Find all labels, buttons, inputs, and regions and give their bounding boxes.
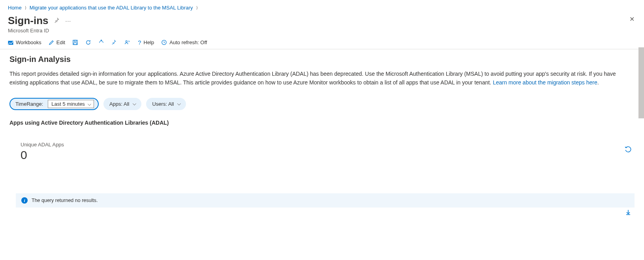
chevron-down-icon [133,102,136,105]
scrollbar-thumb[interactable] [638,47,644,118]
time-range-label: TimeRange: [15,101,43,107]
chevron-right-icon: ⟩ [25,6,26,10]
page-header: Sign-ins ··· Microsoft Entra ID ✕ [0,13,644,34]
more-icon[interactable]: ··· [66,18,71,24]
question-icon: ? [138,39,141,46]
learn-more-link[interactable]: Learn more about the migration steps her… [493,79,597,86]
refresh-icon[interactable] [85,39,91,45]
svg-point-5 [126,41,127,42]
subsection-label: Apps using Active Directory Authenticati… [9,120,635,126]
info-bar: i The query returned no results. [16,193,635,208]
breadcrumb-home[interactable]: Home [8,5,22,11]
help-label: Help [144,39,154,45]
metric-title: Unique ADAL Apps [21,142,635,148]
undo-icon[interactable] [624,146,631,154]
page-subtitle: Microsoft Entra ID [8,28,71,34]
breadcrumb: Home ⟩ Migrate your applications that us… [0,0,644,13]
info-icon: i [21,197,28,204]
svg-rect-4 [74,43,77,45]
edit-label: Edit [56,39,65,45]
save-icon[interactable] [72,39,78,45]
close-icon[interactable]: ✕ [629,15,635,23]
toolbar: Workbooks Edit ? Help Auto refresh: Off [0,34,644,49]
metric-block: Unique ADAL Apps 0 [9,142,635,162]
time-range-select[interactable]: Last 5 minutes [48,100,94,108]
help-button[interactable]: ? Help [138,39,154,46]
page-title: Sign-ins [8,15,49,27]
pin-icon[interactable] [54,17,60,24]
chevron-down-icon [177,102,181,105]
time-range-filter[interactable]: TimeRange: Last 5 minutes [9,98,99,110]
section-description: This report provides detailed sign-in in… [9,69,618,87]
workbooks-label: Workbooks [16,39,41,45]
pin-toolbar-icon[interactable] [111,39,117,45]
users-filter[interactable]: Users: All [146,98,186,110]
users-filter-label: Users: All [152,101,174,107]
apps-filter-label: Apps: All [109,101,130,107]
people-icon[interactable] [124,39,131,45]
share-icon[interactable] [98,39,104,45]
main-content: Sign-in Analysis This report provides de… [0,49,644,162]
info-text: The query returned no results. [32,198,98,203]
breadcrumb-migrate[interactable]: Migrate your applications that use the A… [30,5,193,11]
download-icon[interactable] [625,209,631,217]
auto-refresh-label: Auto refresh: Off [169,39,207,45]
svg-rect-3 [74,40,77,42]
apps-filter[interactable]: Apps: All [103,98,142,110]
chevron-right-icon: ⟩ [196,6,198,10]
section-title: Sign-in Analysis [9,55,635,64]
edit-button[interactable]: Edit [49,39,65,45]
description-period: . [597,79,599,86]
workbooks-button[interactable]: Workbooks [8,39,41,45]
auto-refresh-button[interactable]: Auto refresh: Off [161,39,207,45]
metric-value: 0 [21,148,635,162]
filter-row: TimeRange: Last 5 minutes Apps: All User… [9,98,635,110]
